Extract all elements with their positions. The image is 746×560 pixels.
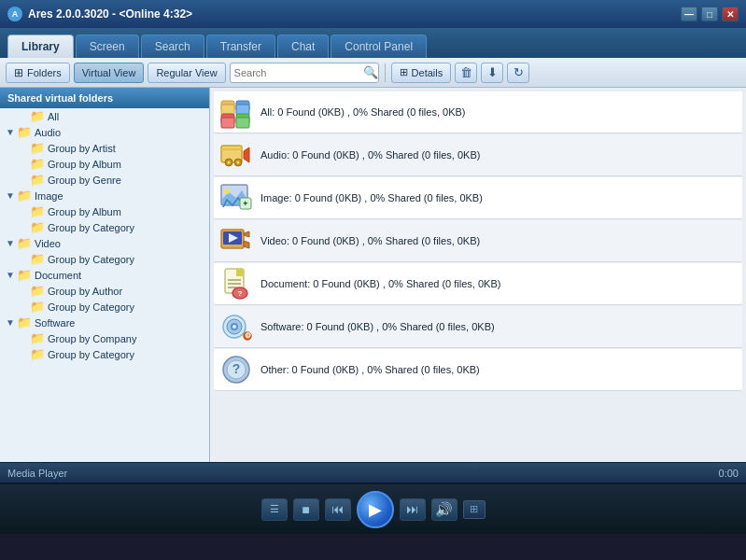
tab-screen[interactable]: Screen [76, 35, 139, 58]
screen-button[interactable]: ⊞ [463, 500, 486, 519]
tab-control-panel[interactable]: Control Panel [331, 35, 427, 58]
delete-button[interactable]: 🗑 [455, 63, 477, 83]
sidebar-item-group-category-video[interactable]: 📁 Group by Category [0, 251, 209, 267]
sidebar-item-group-genre-label: Group by Genre [48, 175, 121, 186]
minimize-button[interactable]: — [681, 7, 697, 21]
folder-icon-category-video: 📁 [30, 252, 45, 266]
list-item[interactable]: ? Other: 0 Found (0KB) , 0% Shared (0 fi… [214, 349, 742, 391]
toggle-software: ▼ [4, 317, 17, 328]
image-icon: ✦ [219, 181, 253, 215]
svg-text:?: ? [232, 361, 241, 376]
folders-button[interactable]: ⊞ Folders [6, 63, 70, 83]
separator-1 [385, 63, 386, 82]
folder-icon-genre: 📁 [30, 173, 45, 187]
stop-button[interactable]: ■ [293, 498, 319, 521]
playlist-button[interactable]: ☰ [261, 498, 288, 521]
refresh-button[interactable]: ↻ [507, 63, 529, 83]
svg-text:✦: ✦ [242, 199, 249, 208]
list-item-label: Image: 0 Found (0KB) , 0% Shared (0 file… [260, 192, 483, 203]
sidebar-item-group-genre[interactable]: 📁 Group by Genre [0, 172, 209, 188]
folder-icon-category-sw: 📁 [30, 347, 45, 361]
tab-chat[interactable]: Chat [277, 35, 329, 58]
list-item[interactable]: Audio: 0 Found (0KB) , 0% Shared (0 file… [214, 134, 742, 176]
list-item-label: Other: 0 Found (0KB) , 0% Shared (0 file… [260, 364, 480, 375]
sidebar-item-group-album-image-label: Group by Album [48, 206, 121, 217]
details-icon: ⊞ [400, 66, 408, 78]
sidebar-header: Shared virtual folders [0, 88, 209, 108]
sidebar-item-group-author-label: Group by Author [48, 286, 122, 297]
maximize-button[interactable]: □ [701, 7, 718, 21]
sidebar-item-group-category-sw[interactable]: 📁 Group by Category [0, 346, 209, 362]
app-title: Ares 2.0.0.3020 - <Online 4:32> [28, 7, 681, 21]
search-icon: 🔍 [363, 65, 378, 79]
folder-icon-category-doc: 📁 [30, 300, 45, 314]
status-text: Media Player [7, 468, 67, 479]
svg-text:⚙: ⚙ [245, 331, 251, 340]
search-box[interactable]: 🔍 [230, 63, 379, 83]
list-item-label: Software: 0 Found (0KB) , 0% Shared (0 f… [260, 321, 495, 332]
list-item-label: Video: 0 Found (0KB) , 0% Shared (0 file… [260, 235, 480, 246]
volume-button[interactable]: 🔊 [431, 498, 457, 521]
video-icon [219, 224, 253, 258]
folder-icon-company: 📁 [30, 331, 45, 345]
list-item[interactable]: ✦ Image: 0 Found (0KB) , 0% Shared (0 fi… [214, 177, 742, 219]
toggle-image: ▼ [4, 190, 17, 201]
audio-icon [219, 138, 253, 172]
media-player: ☰ ■ ⏮ ▶ ⏭ 🔊 ⊞ [0, 483, 746, 534]
virtual-view-button[interactable]: Virtual View [74, 63, 145, 83]
list-item[interactable]: Video: 0 Found (0KB) , 0% Shared (0 file… [214, 220, 742, 262]
tab-library[interactable]: Library [7, 35, 74, 58]
download-button[interactable]: ⬇ [481, 63, 503, 83]
tab-search[interactable]: Search [141, 35, 204, 58]
sidebar: Shared virtual folders 📁 All ▼ 📁 Audio 📁… [0, 88, 210, 462]
folder-icon-audio: 📁 [17, 125, 32, 139]
folders-label: Folders [27, 67, 62, 78]
window-controls: — □ ✕ [681, 7, 739, 21]
details-button[interactable]: ⊞ Details [391, 63, 452, 83]
folder-icon-category-image: 📁 [30, 220, 45, 234]
close-button[interactable]: ✕ [722, 7, 739, 21]
list-item[interactable]: ⚙ Software: 0 Found (0KB) , 0% Shared (0… [214, 306, 742, 348]
play-button[interactable]: ▶ [357, 491, 394, 528]
sidebar-item-audio[interactable]: ▼ 📁 Audio [0, 124, 209, 140]
regular-view-button[interactable]: Regular View [148, 63, 225, 83]
sidebar-item-group-artist[interactable]: 📁 Group by Artist [0, 140, 209, 156]
sidebar-item-group-author[interactable]: 📁 Group by Author [0, 283, 209, 299]
sidebar-item-document[interactable]: ▼ 📁 Document [0, 267, 209, 283]
search-input[interactable] [234, 67, 363, 78]
sidebar-item-group-category-video-label: Group by Category [48, 254, 134, 265]
details-label: Details [412, 67, 443, 78]
sidebar-item-group-album-image[interactable]: 📁 Group by Album [0, 203, 209, 219]
sidebar-item-group-category-doc[interactable]: 📁 Group by Category [0, 299, 209, 315]
folder-icon-artist: 📁 [30, 141, 45, 155]
folder-icon-video: 📁 [17, 236, 32, 250]
folder-icon-album-image: 📁 [30, 204, 45, 218]
folder-icon-document: 📁 [17, 268, 32, 282]
tab-transfer[interactable]: Transfer [206, 35, 275, 58]
svg-point-11 [228, 161, 231, 164]
sidebar-item-group-album-audio[interactable]: 📁 Group by Album [0, 156, 209, 172]
svg-point-16 [224, 189, 230, 194]
sidebar-item-video[interactable]: ▼ 📁 Video [0, 235, 209, 251]
sidebar-item-image[interactable]: ▼ 📁 Image [0, 188, 209, 203]
sidebar-item-group-company[interactable]: 📁 Group by Company [0, 330, 209, 346]
sidebar-item-group-album-audio-label: Group by Album [48, 159, 121, 170]
sidebar-item-software[interactable]: ▼ 📁 Software [0, 315, 209, 330]
sidebar-item-group-category-doc-label: Group by Category [48, 301, 134, 313]
all-icon [219, 95, 253, 129]
svg-marker-23 [236, 269, 244, 276]
main-panel: Shared virtual folders 📁 All ▼ 📁 Audio 📁… [0, 88, 746, 462]
list-item-label: Audio: 0 Found (0KB) , 0% Shared (0 file… [260, 149, 480, 161]
svg-text:?: ? [238, 289, 243, 298]
list-item[interactable]: ? Document: 0 Found (0KB) , 0% Shared (0… [214, 263, 742, 305]
sidebar-item-all[interactable]: 📁 All [0, 108, 209, 124]
toggle-video: ▼ [4, 238, 17, 248]
folder-icon-album-audio: 📁 [30, 157, 45, 171]
sidebar-item-group-category-image[interactable]: 📁 Group by Category [0, 219, 209, 235]
other-icon: ? [219, 353, 253, 386]
sidebar-item-group-category-image-label: Group by Category [48, 222, 134, 233]
next-button[interactable]: ⏭ [400, 498, 426, 521]
prev-button[interactable]: ⏮ [325, 498, 351, 521]
list-item[interactable]: All: 0 Found (0KB) , 0% Shared (0 files,… [214, 91, 742, 133]
document-icon: ? [219, 267, 253, 301]
